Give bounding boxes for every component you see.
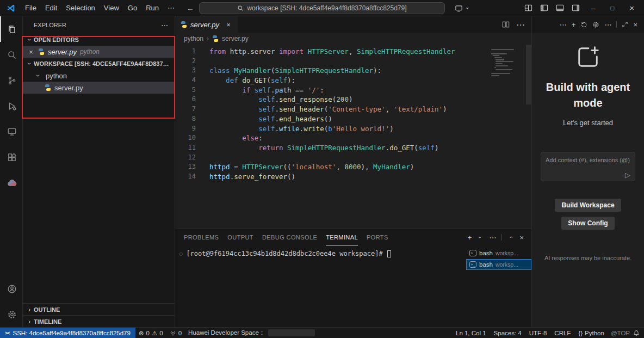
new-chat-button[interactable]: + [572, 21, 576, 29]
language-status[interactable]: {} Python [575, 330, 608, 336]
menu-view[interactable]: View [100, 4, 123, 12]
code-line: 10 else: [175, 133, 531, 143]
minimize-button[interactable]: – [584, 0, 603, 16]
build-workspace-button[interactable]: Build Workspace [555, 199, 621, 212]
activity-source-control[interactable] [0, 67, 23, 93]
code-editor[interactable]: 1from http.server import HTTPServer, Sim… [175, 45, 531, 229]
activity-huawei-cloud[interactable] [0, 170, 23, 195]
code-line: 6 self.send_response(200) [175, 95, 531, 105]
panel-tab-ports[interactable]: PORTS [367, 229, 388, 245]
panel-tab-debug-console[interactable]: DEBUG CONSOLE [262, 229, 317, 245]
timeline-header[interactable]: › TIMELINE [23, 315, 175, 327]
toggle-panel-icon[interactable] [552, 0, 568, 16]
activity-remote-explorer[interactable] [0, 119, 23, 144]
chat-settings-icon[interactable] [592, 21, 599, 28]
panel-tab-problems[interactable]: PROBLEMS [184, 229, 219, 245]
ports-status[interactable]: 0 [166, 330, 185, 336]
tree-item-python-folder[interactable]: › python [23, 70, 175, 82]
editor-more-actions[interactable]: ⋯ [516, 20, 525, 30]
code-line: 1from http.server import HTTPServer, Sim… [175, 47, 531, 57]
workspace-header[interactable]: › WORKSPACE [SSH: 4DCE5AFF4E9A4F8D8370A8… [23, 58, 175, 70]
error-icon: ⊗ [139, 329, 144, 337]
open-editors-header[interactable]: › OPEN EDITORS [23, 34, 175, 46]
activity-extensions[interactable] [0, 144, 23, 170]
notifications-bell-icon[interactable] [633, 330, 640, 336]
menu-file[interactable]: File [21, 4, 41, 12]
chat-header: ⋯ + ⋯ × [532, 16, 644, 33]
close-panel-icon[interactable]: × [519, 233, 524, 242]
chat-body: Build with agent mode Let's get started … [532, 33, 644, 327]
terminal-list: >_bashworksp...>_bashworksp... [466, 245, 531, 327]
panel-tab-terminal[interactable]: TERMINAL [326, 229, 358, 245]
menu-more[interactable]: ⋯ [163, 4, 179, 12]
minimap[interactable] [491, 49, 522, 77]
close-editor-icon[interactable]: × [27, 48, 35, 56]
code-line: 8 self.end_headers() [175, 114, 531, 124]
maximize-panel-icon[interactable]: › [507, 234, 514, 241]
menu-selection[interactable]: Selection [61, 4, 99, 12]
chat-overflow-icon[interactable]: ⋯ [604, 21, 611, 29]
panel-more-actions[interactable]: ⋯ [489, 233, 496, 242]
encoding-status[interactable]: UTF-8 [526, 330, 550, 336]
toggle-secondary-sidebar-icon[interactable] [568, 0, 584, 16]
chat-input[interactable]: Add context (#), extensions (@) ▷ [541, 152, 635, 181]
code-line: 7 self.send_header('Content-type', 'text… [175, 105, 531, 114]
chat-input-placeholder: Add context (#), extensions (@) [546, 157, 630, 163]
menu-go[interactable]: Go [123, 4, 141, 12]
menu-edit[interactable]: Edit [41, 4, 61, 12]
terminal[interactable]: ○ [root@9f6194cc13c94b1d8d42d8dbc2c0ee4e… [175, 245, 466, 327]
close-window-button[interactable]: × [622, 0, 644, 16]
activity-account[interactable] [0, 276, 23, 302]
terminal-profile-dropdown-icon[interactable]: › [477, 234, 484, 241]
indentation-status[interactable]: Spaces: 4 [491, 330, 525, 336]
host-status: Huawei Developer Space： [185, 329, 318, 337]
send-icon[interactable]: ▷ [625, 171, 630, 179]
chat-disclaimer: AI responses may be inaccurate. [544, 255, 631, 261]
remote-indicator[interactable]: >< SSH: 4dce5aff4e9a4f8d8370a8ffcc825d79 [0, 328, 135, 338]
split-editor-icon[interactable] [502, 21, 510, 28]
activity-run-debug[interactable] [0, 93, 23, 119]
show-config-button[interactable]: Show Config [561, 217, 614, 230]
remote-label: SSH: 4dce5aff4e9a4f8d8370a8ffcc825d79 [13, 330, 131, 336]
chat-more-actions[interactable]: ⋯ [560, 21, 567, 29]
back-button[interactable]: ← [187, 4, 194, 13]
expand-chat-icon[interactable] [622, 21, 628, 28]
explorer-more-actions[interactable]: ⋯ [161, 21, 168, 29]
close-tab-icon[interactable]: × [225, 21, 232, 29]
editor-tab-bar: server.py × ⋯ [175, 16, 531, 33]
toggle-sidebar-icon[interactable] [536, 0, 552, 16]
terminal-list-item[interactable]: >_bashworksp... [466, 248, 531, 259]
close-chat-icon[interactable]: × [633, 21, 637, 29]
problems-status[interactable]: ⊗ 0 ⚠ 0 [135, 329, 166, 337]
tree-item-server-py[interactable]: server.py [23, 82, 175, 94]
explorer-sidebar: EXPLORER ⋯ › OPEN EDITORS × server.py py… [23, 16, 175, 327]
chat-history-icon[interactable] [580, 21, 587, 28]
open-editor-item[interactable]: × server.py python [23, 46, 175, 58]
code-line: 14httpd.serve_forever() [175, 172, 531, 182]
breadcrumb-folder[interactable]: python [184, 35, 203, 42]
code-line: 13httpd = HTTPServer(('localhost', 8000)… [175, 162, 531, 172]
command-center[interactable]: workspace [SSH: 4dce5aff4e9a4f8d8370a8ff… [199, 2, 445, 14]
chevron-down-icon: › [465, 5, 471, 11]
new-terminal-button[interactable]: + [468, 233, 472, 242]
editor-scrollbar[interactable] [526, 45, 531, 105]
activity-settings[interactable] [0, 302, 23, 327]
customize-layout-icon[interactable] [521, 0, 536, 16]
ports-icon [170, 330, 176, 336]
activity-explorer[interactable] [0, 16, 23, 42]
eol-status[interactable]: CRLF [551, 330, 574, 336]
remote-window-icon [455, 4, 463, 13]
cursor-position[interactable]: Ln 1, Col 1 [453, 330, 490, 336]
maximize-button[interactable]: □ [603, 0, 622, 16]
title-bar: FileEditSelectionViewGoRun⋯ ← → workspac… [0, 0, 644, 16]
outline-header[interactable]: › OUTLINE [23, 303, 175, 315]
panel-tab-output[interactable]: OUTPUT [227, 229, 253, 245]
activity-search[interactable] [0, 42, 23, 67]
menu-run[interactable]: Run [141, 4, 163, 12]
breadcrumb-file[interactable]: server.py [222, 35, 249, 42]
chat-heading: Build with agent mode [541, 79, 635, 111]
tab-server-py[interactable]: server.py × [175, 16, 238, 33]
search-icon [237, 5, 244, 11]
terminal-list-item[interactable]: >_bashworksp... [466, 259, 531, 270]
open-remote-window-button[interactable]: › [455, 0, 471, 16]
